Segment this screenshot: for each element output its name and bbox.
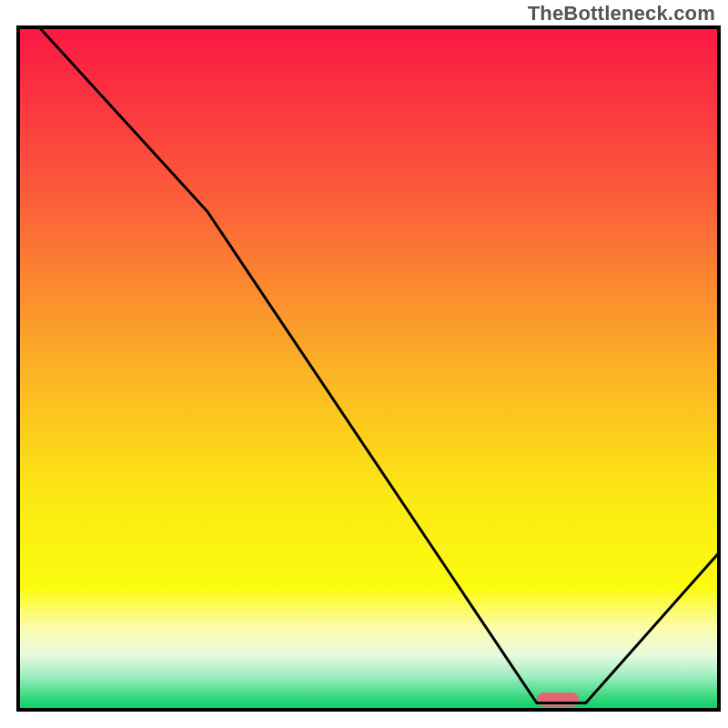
optimal-range-marker	[537, 693, 579, 707]
chart-background	[18, 27, 719, 710]
watermark-text: TheBottleneck.com	[528, 2, 715, 25]
plot-area	[18, 27, 719, 710]
chart-container: TheBottleneck.com	[0, 0, 728, 728]
chart-svg	[0, 0, 728, 728]
